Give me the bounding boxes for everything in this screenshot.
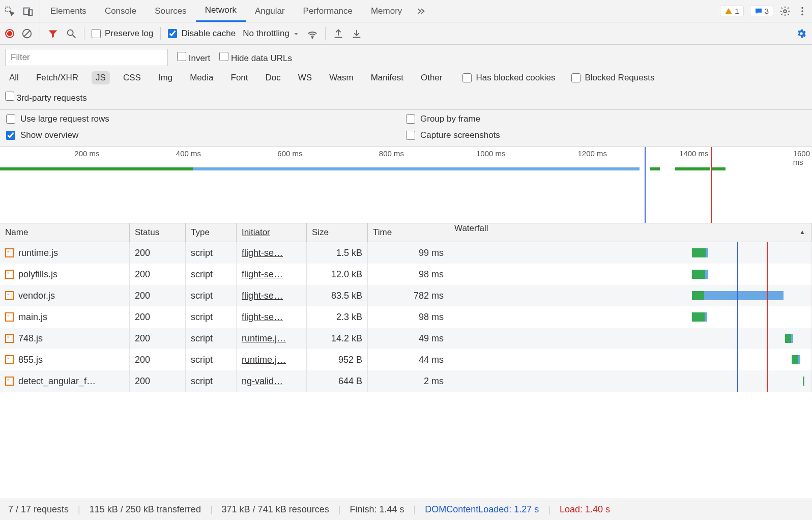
script-file-icon (5, 334, 14, 343)
download-har-icon[interactable] (351, 28, 362, 39)
load-line (767, 242, 768, 264)
overview-tick: 1400 ms (679, 149, 711, 158)
request-name: 855.js (18, 355, 43, 365)
type-filter-wasm[interactable]: Wasm (325, 71, 358, 84)
svg-point-5 (801, 10, 803, 12)
show-overview-checkbox[interactable]: Show overview (6, 130, 406, 140)
disable-cache-checkbox[interactable]: Disable cache (168, 28, 236, 39)
hide-data-urls-checkbox[interactable]: Hide data URLs (219, 52, 292, 64)
type-filter-other[interactable]: Other (417, 71, 447, 84)
type-filter-img[interactable]: Img (154, 71, 177, 84)
overview-tick: 600 ms (277, 149, 304, 158)
filter-input[interactable] (5, 49, 168, 66)
request-initiator[interactable]: runtime.j… (242, 355, 286, 365)
col-initiator[interactable]: Initiator (237, 223, 307, 242)
overview-tick: 1000 ms (476, 149, 508, 158)
inspect-element-icon[interactable] (4, 6, 15, 17)
record-button[interactable] (5, 29, 14, 38)
warnings-badge[interactable]: 1 (720, 6, 743, 16)
table-row[interactable]: runtime.js200scriptflight-se…1.5 kB99 ms (0, 242, 812, 264)
type-filter-media[interactable]: Media (186, 71, 217, 84)
request-initiator[interactable]: flight-se… (242, 248, 283, 258)
overview-segment (0, 167, 193, 170)
request-type: script (191, 312, 213, 323)
request-time: 49 ms (419, 333, 444, 344)
col-type[interactable]: Type (186, 223, 237, 242)
request-name: vendor.js (18, 291, 55, 301)
col-time[interactable]: Time (368, 223, 449, 242)
request-initiator[interactable]: flight-se… (242, 269, 283, 280)
type-filter-js[interactable]: JS (92, 71, 110, 84)
tab-sources[interactable]: Sources (146, 0, 195, 22)
capture-screenshots-checkbox[interactable]: Capture screenshots (406, 130, 806, 140)
load-line (767, 349, 768, 370)
tab-console[interactable]: Console (96, 0, 146, 22)
type-filter-css[interactable]: CSS (119, 71, 145, 84)
request-status: 200 (135, 312, 150, 323)
invert-checkbox[interactable]: Invert (177, 52, 210, 64)
table-row[interactable]: polyfills.js200scriptflight-se…12.0 kB98… (0, 264, 812, 285)
col-status[interactable]: Status (130, 223, 186, 242)
filter-icon[interactable] (47, 28, 59, 39)
tab-network[interactable]: Network (196, 0, 246, 22)
clear-icon[interactable] (21, 28, 33, 39)
table-row[interactable]: main.js200scriptflight-se…2.3 kB98 ms (0, 306, 812, 328)
table-row[interactable]: 855.js200scriptruntime.j…952 B44 ms (0, 349, 812, 370)
load-line (767, 370, 768, 392)
type-filter-all[interactable]: All (5, 71, 23, 84)
has-blocked-cookies-checkbox[interactable]: Has blocked cookies (462, 73, 555, 83)
overview-segment (543, 167, 640, 170)
preserve-log-checkbox[interactable]: Preserve log (92, 28, 153, 39)
search-icon[interactable] (66, 28, 77, 39)
table-row[interactable]: detect_angular_f…200scriptng-valid…644 B… (0, 370, 812, 392)
type-filter-font[interactable]: Font (227, 71, 252, 84)
type-filter-fetchxhr[interactable]: Fetch/XHR (32, 71, 82, 84)
table-row[interactable]: 748.js200scriptruntime.j…14.2 kB49 ms (0, 328, 812, 349)
overview-segment (650, 167, 660, 170)
request-type: script (191, 291, 213, 301)
status-finish: Finish: 1.44 s (350, 504, 404, 515)
load-marker (711, 147, 712, 223)
col-name[interactable]: Name (0, 223, 130, 242)
type-filter-doc[interactable]: Doc (262, 71, 285, 84)
table-row[interactable]: vendor.js200scriptflight-se…83.5 kB782 m… (0, 285, 812, 306)
settings-gear-icon[interactable] (779, 6, 791, 17)
device-toolbar-icon[interactable] (22, 6, 34, 17)
tab-elements[interactable]: Elements (41, 0, 96, 22)
request-initiator[interactable]: ng-valid… (242, 376, 283, 387)
tab-angular[interactable]: Angular (246, 0, 294, 22)
request-initiator[interactable]: flight-se… (242, 291, 283, 301)
network-conditions-icon[interactable] (307, 28, 318, 39)
more-tabs-icon[interactable] (415, 6, 426, 17)
col-waterfall[interactable]: Waterfall▲ (449, 223, 812, 242)
dcl-line (737, 349, 738, 370)
request-initiator[interactable]: runtime.j… (242, 333, 286, 344)
blocked-requests-checkbox[interactable]: Blocked Requests (571, 73, 654, 83)
third-party-checkbox[interactable]: 3rd-party requests (5, 92, 87, 103)
upload-har-icon[interactable] (333, 28, 344, 39)
request-initiator[interactable]: flight-se… (242, 312, 283, 323)
messages-count: 3 (765, 7, 769, 15)
col-size[interactable]: Size (307, 223, 368, 242)
overview-segment (254, 167, 543, 170)
dcl-line (737, 370, 738, 392)
sort-arrow-icon: ▲ (799, 228, 805, 236)
tab-memory[interactable]: Memory (362, 0, 411, 22)
group-by-frame-checkbox[interactable]: Group by frame (406, 114, 806, 124)
type-filter-ws[interactable]: WS (294, 71, 316, 84)
overview-timeline[interactable]: 200 ms400 ms600 ms800 ms1000 ms1200 ms14… (0, 147, 812, 223)
network-settings-gear-icon[interactable] (796, 28, 807, 39)
throttling-select[interactable]: No throttling (243, 28, 300, 39)
dcl-line (737, 328, 738, 349)
large-rows-checkbox[interactable]: Use large request rows (6, 114, 406, 124)
messages-badge[interactable]: 3 (750, 6, 773, 16)
waterfall-cell (449, 285, 812, 306)
kebab-menu-icon[interactable] (797, 6, 808, 17)
request-name: polyfills.js (18, 269, 57, 280)
request-size: 12.0 kB (331, 269, 362, 280)
type-filter-manifest[interactable]: Manifest (367, 71, 408, 84)
overview-segment (711, 167, 726, 170)
waterfall-cell (449, 349, 812, 370)
table-header: Name Status Type Initiator Size Time Wat… (0, 223, 812, 242)
tab-performance[interactable]: Performance (294, 0, 362, 22)
